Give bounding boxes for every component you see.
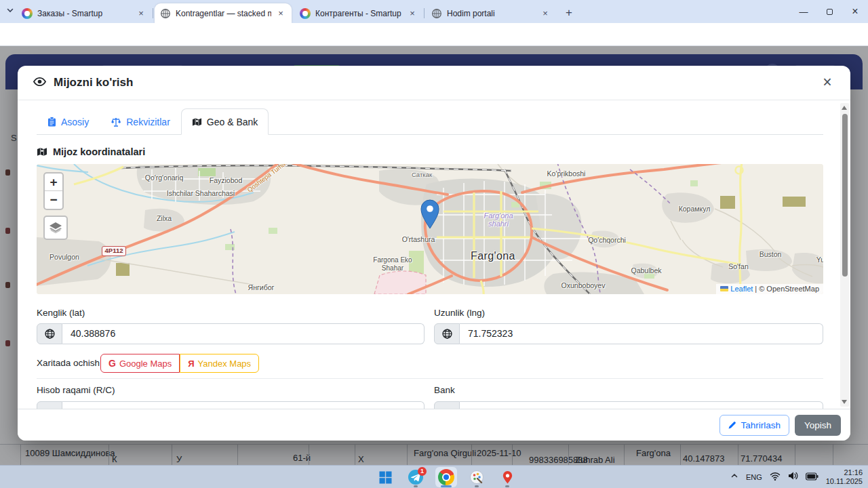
yandex-y-icon: Я (188, 359, 194, 369)
bank-input-group (434, 401, 823, 409)
tab-label: Asosiy (61, 117, 89, 127)
language-indicator[interactable]: ENG (746, 473, 762, 481)
yandex-maps-label: Yandex Maps (198, 359, 252, 369)
telegram-badge: 1 (418, 467, 427, 476)
attribution-separator: | © (755, 285, 764, 293)
lng-label: Uzunlik (lng) (434, 308, 485, 318)
modal-body: Asosiy Rekvizitlar Geo & Bank Mijoz koor… (18, 100, 850, 409)
tab-label: Geo & Bank (207, 117, 258, 127)
browser-tab-active[interactable]: Kontragentlar — stacked moda × (155, 3, 292, 23)
yandex-maps-button[interactable]: Я Yandex Maps (180, 354, 259, 373)
bank-icon (434, 401, 460, 409)
new-tab-button[interactable]: + (561, 5, 576, 20)
map-place-label: Povulgon (50, 253, 79, 261)
zoom-in-button[interactable]: + (45, 174, 62, 191)
tab-divider (153, 8, 153, 18)
tab-title: Kontragentlar — stacked moda (176, 9, 271, 18)
modal-scrollbar[interactable] (840, 103, 849, 407)
scrollbar-down-icon[interactable] (842, 400, 847, 404)
map-place-label: Ko'prikboshi (547, 169, 586, 178)
map-zoom-control: + − (43, 172, 64, 210)
map-place-label: Oxunboboyev (561, 281, 606, 289)
map-labels-layer: Qo'rg'onariqСаткакFayziobodIshchilar Sha… (37, 164, 823, 294)
leaflet-link[interactable]: Leaflet (730, 285, 753, 293)
tab-close-icon[interactable]: × (275, 8, 286, 19)
battery-icon[interactable] (806, 471, 818, 483)
paint-app[interactable] (466, 467, 488, 487)
map-place-label: Qoshtepa Tumani (245, 164, 291, 194)
hash-icon (37, 401, 62, 409)
chrome-icon (438, 469, 454, 485)
clock-date: 10.11.2025 (826, 477, 863, 486)
edit-button[interactable]: Tahrirlash (719, 415, 789, 436)
tab-search-chevron-icon[interactable] (4, 6, 16, 18)
minimize-button[interactable]: — (791, 0, 816, 23)
section-title: Mijoz koordinatalari (37, 146, 145, 157)
wifi-icon[interactable] (770, 471, 781, 484)
clipboard-icon (47, 117, 56, 127)
tab-asosiy[interactable]: Asosiy (37, 108, 100, 135)
browser-tab[interactable]: Контрагенты - Smartup × (294, 3, 423, 23)
tab-geo-bank[interactable]: Geo & Bank (181, 108, 269, 135)
osm-link[interactable]: OpenStreetMap (766, 285, 819, 293)
tab-title: Заказы - Smartup (37, 9, 132, 18)
map-pin-icon (500, 470, 515, 485)
restore-button[interactable] (816, 0, 842, 23)
browser-tab[interactable]: Hodim portali × (426, 3, 556, 23)
smartup-favicon (22, 8, 33, 19)
scrollbar-thumb[interactable] (842, 114, 848, 277)
globe-favicon (431, 8, 442, 19)
view-client-modal: Mijozni ko'rish × Asosiy Rekvizitlar G (18, 66, 850, 441)
modal-header: Mijozni ko'rish × (18, 66, 850, 100)
close-button[interactable]: Yopish (795, 415, 841, 436)
scrollbar-up-icon[interactable] (842, 106, 847, 110)
lng-input[interactable]: 71.752323 (460, 323, 823, 344)
pencil-icon (728, 421, 736, 429)
section-title-text: Mijoz koordinatalari (53, 146, 145, 157)
account-input[interactable] (62, 401, 425, 409)
tab-rekvizitlar[interactable]: Rekvizitlar (100, 108, 181, 135)
maps-pin-app[interactable] (496, 467, 518, 487)
volume-icon[interactable] (788, 471, 798, 483)
close-window-button[interactable]: × (842, 0, 868, 23)
map-place-label: Янгибог (248, 283, 275, 291)
lat-label: Kenglik (lat) (37, 308, 85, 318)
paint-icon (469, 470, 484, 485)
screen: Заказы - Smartup × Kontragentlar — stack… (0, 0, 868, 488)
tab-title: Hodim portali (447, 9, 536, 18)
map-place-label: So'fan (728, 262, 748, 270)
map-place-label: Zilxa (157, 214, 172, 222)
bank-input[interactable] (460, 401, 823, 409)
map-place-label: Саткак (412, 171, 432, 179)
app-running-indicator (505, 485, 509, 487)
open-in-maps-label: Xaritada ochish (37, 358, 100, 368)
tab-close-icon[interactable]: × (136, 8, 146, 19)
section-divider (37, 378, 823, 379)
map-layers-button[interactable] (43, 216, 68, 240)
modal-close-icon[interactable]: × (818, 73, 837, 92)
map-place-label: O'rtashura (402, 235, 435, 243)
google-maps-button[interactable]: G Google Maps (100, 354, 180, 373)
map-place-label: Farg'ona shahri (484, 211, 513, 228)
modal-title: Mijozni ko'rish (54, 76, 133, 89)
telegram-app[interactable]: 1 (405, 467, 427, 487)
tab-label: Rekvizitlar (126, 117, 170, 127)
taskbar-clock[interactable]: 21:16 10.11.2025 (826, 468, 863, 486)
leaflet-map[interactable]: Qo'rg'onariqСаткакFayziobodIshchilar Sha… (37, 164, 823, 294)
zoom-out-button[interactable]: − (45, 191, 62, 209)
browser-tab[interactable]: Заказы - Smartup × (16, 3, 152, 23)
start-button[interactable] (374, 467, 396, 487)
map-place-label: Buston (760, 250, 782, 258)
map-place-label: Qo'chqorchi (588, 236, 626, 244)
chrome-app-active[interactable] (435, 467, 457, 487)
app-active-indicator (441, 485, 452, 487)
edit-button-label: Tahrirlash (741, 420, 781, 430)
tab-close-icon[interactable]: × (540, 8, 551, 19)
tray-chevron-icon[interactable] (730, 472, 738, 481)
tab-close-icon[interactable]: × (407, 8, 418, 19)
tab-divider (424, 8, 425, 18)
lat-input[interactable]: 40.388876 (62, 323, 425, 344)
google-maps-label: Google Maps (119, 359, 172, 369)
taskbar: 1 ENG (0, 465, 868, 488)
ukraine-flag-icon (720, 286, 728, 291)
